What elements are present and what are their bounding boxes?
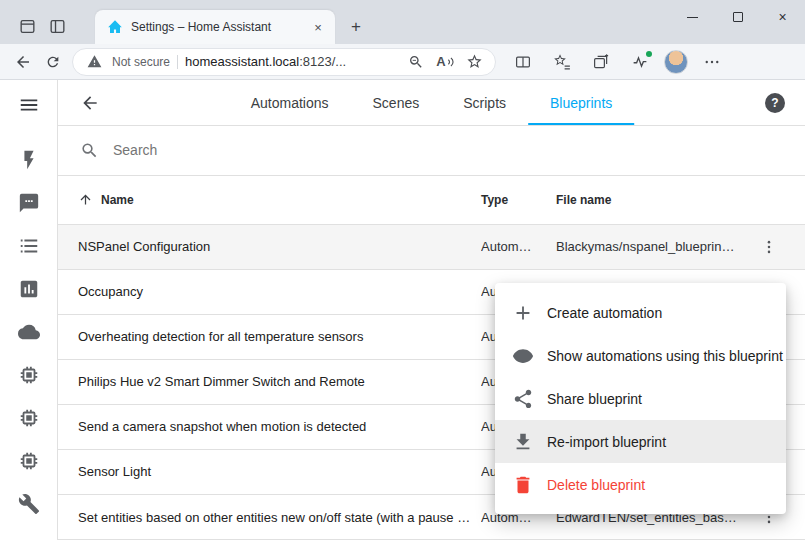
favorite-star-icon[interactable]: [463, 51, 485, 73]
search-icon: [80, 141, 99, 160]
sidebar-item-cloud[interactable]: [17, 320, 41, 344]
maximize-icon: [733, 12, 743, 22]
row-overflow-menu-icon[interactable]: [760, 238, 778, 256]
menu-item-reimport-blueprint[interactable]: Re-import blueprint: [495, 420, 786, 463]
screen: Settings – Home Assistant × + × Not secu…: [0, 0, 805, 540]
trash-icon: [511, 473, 535, 497]
address-separator: [177, 55, 178, 69]
column-header-type[interactable]: Type: [481, 193, 556, 207]
sidebar-item-history[interactable]: [17, 277, 41, 301]
ha-tab-bar: Automations Scenes Scripts Blueprints: [229, 80, 635, 125]
window-close-button[interactable]: ×: [760, 0, 805, 34]
tab-scenes[interactable]: Scenes: [351, 80, 442, 125]
browser-menu-icon[interactable]: [697, 48, 727, 76]
back-icon[interactable]: [8, 48, 38, 76]
share-icon: [511, 387, 535, 411]
sidebar-item-todo-list[interactable]: [17, 234, 41, 258]
ha-back-icon[interactable]: [78, 91, 102, 115]
vertical-tabs-icon[interactable]: [42, 11, 72, 41]
collections-icon[interactable]: [586, 48, 616, 76]
browser-titlebar: Settings – Home Assistant × + ×: [0, 0, 805, 44]
tab-title: Settings – Home Assistant: [131, 20, 301, 34]
window-maximize-button[interactable]: [715, 0, 760, 34]
column-header-file[interactable]: File name: [556, 193, 749, 207]
help-button[interactable]: ?: [765, 93, 785, 113]
search-input[interactable]: [113, 142, 413, 158]
sidebar-item-settings-wrench[interactable]: [17, 492, 41, 516]
tab-blueprints[interactable]: Blueprints: [528, 80, 634, 125]
import-icon: [511, 430, 535, 454]
essentials-status-dot: [646, 51, 652, 57]
refresh-icon[interactable]: [38, 48, 68, 76]
browser-tab[interactable]: Settings – Home Assistant ×: [95, 10, 335, 44]
blueprint-context-menu: Create automation Show automations using…: [495, 283, 786, 514]
new-tab-button[interactable]: +: [343, 14, 369, 40]
menu-item-delete-blueprint[interactable]: Delete blueprint: [495, 463, 786, 506]
browser-navbar: Not secure homeassistant.local:8123/... …: [0, 44, 805, 80]
menu-item-create-automation[interactable]: Create automation: [495, 291, 786, 334]
tab-close-icon[interactable]: ×: [309, 18, 327, 36]
eye-icon: [511, 344, 535, 368]
window-controls: ×: [670, 0, 805, 34]
search-bar: [58, 126, 805, 176]
sidebar-item-hub-1[interactable]: [17, 363, 41, 387]
sidebar-item-hub-2[interactable]: [17, 406, 41, 430]
address-bar[interactable]: Not secure homeassistant.local:8123/... …: [72, 48, 496, 76]
favorites-icon[interactable]: [547, 48, 577, 76]
tab-automations[interactable]: Automations: [229, 80, 351, 125]
minimize-icon: [687, 17, 698, 18]
browser-essentials-icon[interactable]: [625, 48, 655, 76]
not-secure-label: Not secure: [112, 55, 170, 69]
url-text: homeassistant.local:8123/...: [185, 54, 398, 69]
ha-sidebar: [0, 80, 58, 540]
hamburger-menu-icon[interactable]: [17, 93, 41, 117]
plus-icon: [511, 301, 535, 325]
profile-avatar[interactable]: [664, 50, 688, 74]
read-aloud-icon[interactable]: A: [434, 51, 456, 73]
home-assistant-favicon: [107, 19, 123, 35]
sidebar-item-hub-3[interactable]: [17, 449, 41, 473]
menu-item-show-automations[interactable]: Show automations using this blueprint: [495, 334, 786, 377]
not-secure-warning-icon: [83, 51, 105, 73]
sidebar-item-voice-assistant[interactable]: [17, 191, 41, 215]
navbar-right-icons: [508, 48, 727, 76]
ha-header: Automations Scenes Scripts Blueprints ?: [58, 80, 805, 126]
table-header: Name Type File name: [58, 176, 805, 225]
split-screen-icon[interactable]: [508, 48, 538, 76]
menu-item-share-blueprint[interactable]: Share blueprint: [495, 377, 786, 420]
window-minimize-button[interactable]: [670, 0, 715, 34]
sidebar-item-energy[interactable]: [17, 148, 41, 172]
workspaces-icon[interactable]: [12, 11, 42, 41]
sort-ascending-icon: [78, 192, 93, 207]
tab-scripts[interactable]: Scripts: [441, 80, 528, 125]
table-row[interactable]: NSPanel Configuration Autom… Blackymas/n…: [58, 225, 805, 270]
zoom-out-icon[interactable]: [405, 51, 427, 73]
column-header-name[interactable]: Name: [78, 192, 481, 207]
